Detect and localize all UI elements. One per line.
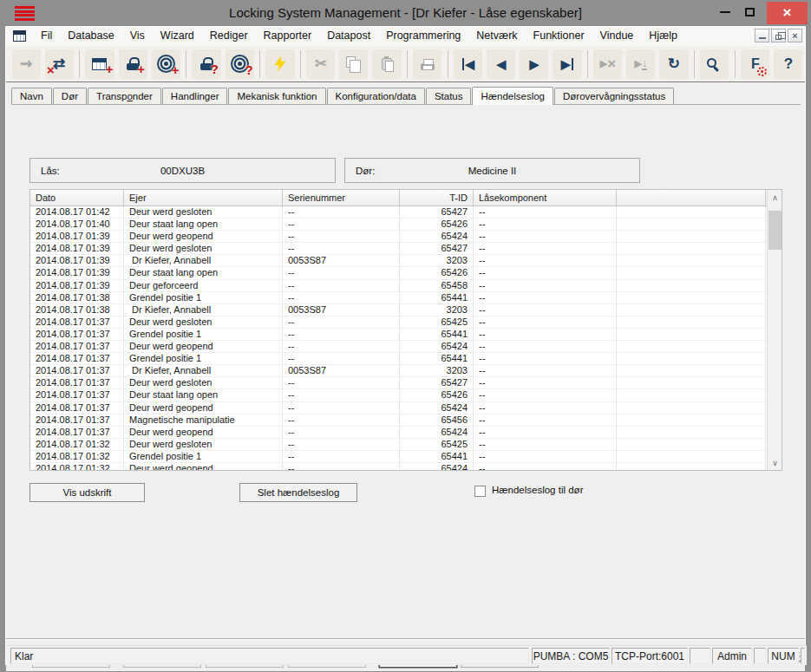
mdi-close-button[interactable]: × — [788, 29, 802, 42]
status-empty — [754, 648, 766, 664]
menu-vis[interactable]: Vis — [122, 26, 153, 46]
program-lightning-button[interactable] — [265, 49, 294, 79]
tab-mekanisk-funktion[interactable]: Mekanisk funktion — [228, 88, 325, 104]
cancel-edit-button[interactable]: ▶× — [593, 49, 622, 79]
search-button[interactable] — [700, 49, 729, 79]
column-header-Dato[interactable]: Dato — [30, 190, 124, 206]
cut-button[interactable]: ✂ — [306, 49, 335, 79]
undo-arrow-icon: ⇝ — [20, 56, 32, 71]
table-row[interactable]: 2014.08.17 01:39Deur werd gesloten--6542… — [30, 243, 767, 255]
table-row[interactable]: 2014.08.17 01:37Grendel positie 1--65441… — [30, 353, 767, 365]
paste-button[interactable] — [372, 49, 401, 79]
table-cell — [617, 439, 766, 450]
table-row[interactable]: 2014.08.17 01:38Grendel positie 1--65441… — [30, 292, 767, 304]
table-row[interactable]: 2014.08.17 01:37Deur werd geopend--65424… — [30, 341, 767, 353]
menu-hj-lp[interactable]: Hjælp — [641, 26, 685, 46]
menu-vindue[interactable]: Vindue — [592, 26, 642, 46]
table-cell: 2014.08.17 01:37 — [30, 427, 124, 438]
maximize-icon — [745, 8, 755, 16]
tab-status[interactable]: Status — [426, 88, 472, 104]
minimize-button[interactable] — [713, 0, 737, 24]
table-row[interactable]: 2014.08.17 01:37Deur werd geopend--65424… — [30, 427, 767, 439]
previous-record-button[interactable]: ◀ — [487, 49, 515, 79]
menu-programmering[interactable]: Programmering — [378, 26, 468, 46]
mdi-minimize-button[interactable] — [755, 29, 769, 42]
new-locking-system-icon: + — [92, 58, 107, 70]
vertical-scrollbar[interactable]: ∧ ∨ — [767, 190, 782, 470]
mdi-restore-button[interactable] — [771, 29, 786, 42]
table-cell: Deur werd geopend — [124, 341, 283, 352]
new-transponder-button[interactable]: + — [152, 49, 180, 79]
view-print-button[interactable]: Vis udskrift — [29, 483, 145, 502]
tab-dørovervågningsstatus[interactable]: Dørovervågningsstatus — [554, 88, 674, 104]
table-row[interactable]: 2014.08.17 01:37Grendel positie 1--65441… — [30, 329, 767, 341]
menu-rediger[interactable]: Rediger — [202, 26, 256, 46]
column-header-Ejer[interactable]: Ejer — [124, 190, 283, 206]
next-record-icon: ▶ — [530, 58, 540, 70]
read-transponder-button[interactable]: ? — [226, 49, 254, 79]
maximize-button[interactable] — [737, 0, 762, 24]
tab-transponder[interactable]: Transponder — [88, 88, 161, 104]
read-lock-button[interactable]: ? — [192, 49, 220, 79]
last-record-button[interactable]: ▶ — [553, 49, 581, 79]
table-row[interactable]: 2014.08.17 01:38 Dr Kiefer, Annabell0053… — [30, 304, 767, 316]
tab-hændelseslog[interactable]: Hændelseslog — [472, 87, 553, 105]
scroll-up-icon[interactable]: ∧ — [768, 190, 782, 205]
table-cell: -- — [283, 206, 400, 218]
help-button[interactable]: ? — [774, 49, 802, 79]
column-header-blank[interactable] — [617, 190, 766, 206]
menu-funktioner[interactable]: Funktioner — [526, 26, 592, 46]
commit-record-icon: ▶↓ — [634, 57, 647, 70]
table-row[interactable]: 2014.08.17 01:39Deur werd geopend--65424… — [30, 231, 767, 243]
table-row[interactable]: 2014.08.17 01:37Magnetische manipulatie-… — [30, 414, 767, 427]
table-row[interactable]: 2014.08.17 01:37Deur werd geopend--65424… — [30, 402, 767, 414]
first-record-button[interactable]: ◀ — [454, 49, 482, 79]
tab-navn[interactable]: Navn — [11, 88, 52, 104]
menu-wizard[interactable]: Wizard — [153, 26, 202, 46]
table-row[interactable]: 2014.08.17 01:37Deur werd gesloten--6542… — [30, 377, 767, 389]
table-row[interactable]: 2014.08.17 01:39Deur staat lang open--65… — [30, 267, 767, 279]
table-row[interactable]: 2014.08.17 01:39Deur geforceerd--65458-- — [30, 280, 767, 292]
toolbar-separator — [407, 50, 408, 78]
table-row[interactable]: 2014.08.17 01:37Deur werd gesloten--6542… — [30, 316, 767, 329]
scroll-down-icon[interactable]: ∨ — [768, 455, 782, 470]
undo-arrow-button[interactable]: ⇝ — [12, 49, 41, 79]
event-log-to-door-checkbox[interactable] — [474, 486, 486, 497]
table-row[interactable]: 2014.08.17 01:37Deur staat lang open--65… — [30, 389, 767, 401]
column-header-Låsekomponent[interactable]: Låsekomponent — [474, 190, 617, 206]
next-record-button[interactable]: ▶ — [520, 49, 548, 79]
tab-dør[interactable]: Dør — [53, 88, 87, 104]
new-lock-button[interactable]: + — [119, 49, 147, 79]
scrollbar-thumb[interactable] — [768, 211, 782, 250]
table-row[interactable]: 2014.08.17 01:37 Dr Kiefer, Annabell0053… — [30, 365, 767, 377]
menu-fil[interactable]: Fil — [33, 26, 60, 46]
menu-netv-rk[interactable]: Netværk — [468, 26, 525, 46]
menu-datapost[interactable]: Datapost — [319, 26, 378, 46]
table-cell — [617, 219, 766, 230]
delete-record-button[interactable]: ⇄× — [45, 49, 74, 79]
table-row[interactable]: 2014.08.17 01:32Grendel positie 1--65441… — [30, 451, 767, 463]
new-transponder-icon: + — [159, 56, 173, 71]
commit-record-button[interactable]: ▶↓ — [626, 49, 655, 79]
tab-konfiguration-data[interactable]: Konfiguration/data — [327, 88, 425, 104]
copy-button[interactable] — [339, 49, 368, 79]
table-row[interactable]: 2014.08.17 01:32Deur werd gesloten--6542… — [30, 439, 767, 451]
menu-database[interactable]: Database — [60, 26, 122, 46]
table-cell: -- — [283, 267, 400, 278]
refresh-button[interactable]: ↻ — [659, 49, 688, 79]
clear-event-log-button[interactable]: Slet hændelseslog — [239, 483, 357, 502]
table-row[interactable]: 2014.08.17 01:39 Dr Kiefer, Annabell0053… — [30, 255, 767, 267]
table-cell: 2014.08.17 01:37 — [30, 353, 124, 364]
menu-rapporter[interactable]: Rapporter — [256, 26, 320, 46]
column-header-Serienummer[interactable]: Serienummer — [283, 190, 400, 206]
close-button[interactable]: × — [767, 2, 808, 24]
table-row[interactable]: 2014.08.17 01:32Deur werd geopend--65424… — [30, 463, 767, 470]
new-locking-system-button[interactable]: + — [85, 49, 114, 79]
status-empty — [801, 648, 805, 664]
tab-handlinger[interactable]: Handlinger — [162, 88, 228, 104]
table-row[interactable]: 2014.08.17 01:42Deur werd gesloten--6542… — [30, 206, 767, 219]
column-header-T-ID[interactable]: T-ID — [400, 190, 474, 206]
print-button[interactable] — [413, 49, 441, 79]
filter-settings-button[interactable]: F — [741, 49, 769, 79]
table-row[interactable]: 2014.08.17 01:40Deur staat lang open--65… — [30, 219, 767, 231]
